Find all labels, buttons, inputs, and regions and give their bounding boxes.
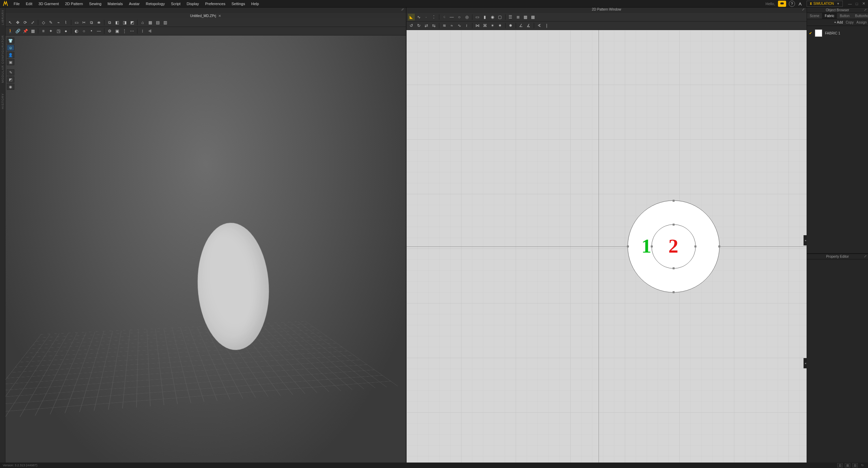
menu-avatar[interactable]: Avatar [126, 1, 143, 7]
menu-retopology[interactable]: Retopology [143, 1, 168, 7]
fold-tool-icon[interactable]: ⩩ [95, 19, 102, 26]
a13-tool-icon[interactable]: ✸ [507, 22, 514, 29]
tab-button[interactable]: Button [837, 13, 852, 19]
link-tool-icon[interactable]: 🔗 [14, 28, 21, 34]
fill-tool-icon[interactable]: ▮ [482, 14, 488, 20]
fabric-swatch[interactable] [815, 29, 822, 37]
a3-tool-icon[interactable]: ⇄ [423, 22, 430, 29]
menu-file[interactable]: File [11, 1, 23, 7]
a7-tool-icon[interactable]: ∿ [456, 22, 463, 29]
wire-tool-icon[interactable]: ≡ [40, 28, 47, 34]
scale-tool-icon[interactable]: ⤢ [29, 19, 36, 26]
mesh-tool-icon[interactable]: ▦ [29, 28, 36, 34]
b4-tool-icon[interactable]: ∣ [543, 22, 550, 29]
anchor-point[interactable] [673, 224, 675, 226]
copy-tool-icon[interactable]: ⧉ [106, 19, 113, 26]
menu-3d-garment[interactable]: 3D Garment [36, 1, 62, 7]
dot2-tool-icon[interactable]: ◉ [489, 14, 496, 20]
bars-tool-icon[interactable]: ≣ [515, 14, 521, 20]
refresh-icon[interactable]: ↻ [860, 463, 865, 467]
a2-tool-icon[interactable]: ↻ [415, 22, 422, 29]
side-tool-extra1-icon[interactable]: ✎ [7, 69, 14, 75]
window-minimize-button[interactable]: — [848, 1, 852, 6]
house-tool-icon[interactable]: ⌂ [139, 19, 146, 26]
anchor-point[interactable] [673, 267, 675, 269]
frame-tool-icon[interactable]: ▣ [114, 28, 120, 34]
layout-btn-3[interactable]: ▧ [852, 463, 858, 467]
side-tool-extra3-icon[interactable]: ◉ [7, 84, 14, 90]
dock-modular[interactable]: MODULAR CONFIGURATOR [1, 35, 4, 83]
a5-tool-icon[interactable]: ≋ [441, 22, 448, 29]
menu-edit[interactable]: Edit [23, 1, 35, 7]
mode-selector[interactable]: ⧗ SIMULATION ▼ [807, 1, 843, 7]
anchor-point[interactable] [673, 291, 675, 293]
side-tool-garment-icon[interactable]: 👕 [7, 38, 14, 44]
menu-sewing[interactable]: Sewing [86, 1, 104, 7]
add-fabric-button[interactable]: Add [834, 20, 843, 24]
expand-icon[interactable]: ⤢ [401, 8, 404, 11]
panel-collapse-handle[interactable]: ◂ [804, 235, 807, 245]
menu-preferences[interactable]: Preferences [202, 1, 228, 7]
side-tool-head-icon[interactable]: 👤 [7, 52, 14, 58]
dock-library[interactable]: LIBRARY [1, 10, 4, 25]
uv-tool-icon[interactable]: ◳ [55, 28, 62, 34]
b1-tool-icon[interactable]: ∠ [518, 22, 525, 29]
line-tool-icon[interactable]: — [448, 14, 455, 20]
line-tool-icon[interactable]: — [95, 28, 102, 34]
social-icon[interactable] [798, 1, 804, 7]
square-tool-icon[interactable]: ▢ [497, 14, 503, 20]
c-tool-icon[interactable]: ◩ [129, 19, 135, 26]
layout-btn-1[interactable]: ▥ [837, 463, 843, 467]
pin-tool-icon[interactable]: 📌 [22, 28, 29, 34]
copy-fabric-button[interactable]: Copy [846, 20, 854, 24]
anchor-point[interactable] [718, 245, 720, 247]
circle-tool-icon[interactable]: ○ [456, 14, 463, 20]
side-tool-light-icon[interactable]: ▣ [7, 59, 14, 65]
b-tool-icon[interactable]: ◨ [121, 19, 128, 26]
seam-tool-icon[interactable]: ⌇ [62, 19, 69, 26]
a6-tool-icon[interactable]: ≈ [448, 22, 455, 29]
close-icon[interactable]: ✕ [218, 14, 221, 18]
gridb-tool-icon[interactable]: ▩ [530, 14, 536, 20]
grid1-tool-icon[interactable]: ▤ [154, 19, 161, 26]
mesh-tool-icon[interactable]: ▦ [147, 19, 153, 26]
trace-tool-icon[interactable]: ✎ [47, 19, 54, 26]
rotate-tool-icon[interactable]: ⟳ [22, 19, 29, 26]
a9-tool-icon[interactable]: ⋈ [474, 22, 481, 29]
mirror-tool-icon[interactable]: ⧉ [88, 19, 95, 26]
assign-fabric-button[interactable]: Assign [856, 20, 867, 24]
fabric-item[interactable]: ✔ FABRIC 1 [809, 28, 866, 38]
cut-tool-icon[interactable]: ✂ [80, 19, 87, 26]
g3-tool-icon[interactable]: ⫶ [139, 28, 146, 34]
cursor-tool-icon[interactable]: ↖ [7, 19, 14, 26]
dart-tool-icon[interactable]: ◇ [40, 19, 47, 26]
side-tool-avatar-icon[interactable]: ☺ [7, 45, 14, 51]
shade-tool-icon[interactable]: ◐ [73, 28, 80, 34]
tab-fabric[interactable]: Fabric [822, 13, 837, 19]
a11-tool-icon[interactable]: ✶ [489, 22, 496, 29]
b3-tool-icon[interactable]: ∢ [536, 22, 543, 29]
b2-tool-icon[interactable]: ∡ [525, 22, 532, 29]
g1-tool-icon[interactable]: ⋮ [121, 28, 128, 34]
anchor-point[interactable] [673, 200, 675, 202]
a1-tool-icon[interactable]: ↺ [408, 22, 415, 29]
menu-script[interactable]: Script [168, 1, 183, 7]
pt2-tool-icon[interactable]: ⁚ [430, 14, 437, 20]
g2-tool-icon[interactable]: ⋯ [129, 28, 135, 34]
dot-tool-icon[interactable]: • [88, 28, 95, 34]
panel-collapse-handle[interactable]: ◂ [804, 358, 807, 368]
grid-tool-icon[interactable]: ▦ [522, 14, 529, 20]
tri-tool-icon[interactable]: ◣ [408, 14, 415, 20]
tab-buttonhole[interactable]: Buttonhole [852, 13, 868, 19]
anchor-point[interactable] [694, 245, 696, 247]
menu-2d-pattern[interactable]: 2D Pattern [62, 1, 86, 7]
pattern-outer-circle[interactable]: 1 2 [628, 200, 720, 293]
walk-tool-icon[interactable]: 🚶 [7, 28, 14, 34]
window-maximize-button[interactable]: □ [854, 1, 859, 6]
expand-icon[interactable]: ⤢ [864, 254, 867, 258]
check-icon[interactable]: ✔ [809, 31, 812, 36]
curve-tool-icon[interactable]: ∿ [415, 14, 422, 20]
menu-settings[interactable]: Settings [229, 1, 248, 7]
a8-tool-icon[interactable]: ≀ [464, 22, 470, 29]
anchor-point[interactable] [627, 245, 629, 247]
